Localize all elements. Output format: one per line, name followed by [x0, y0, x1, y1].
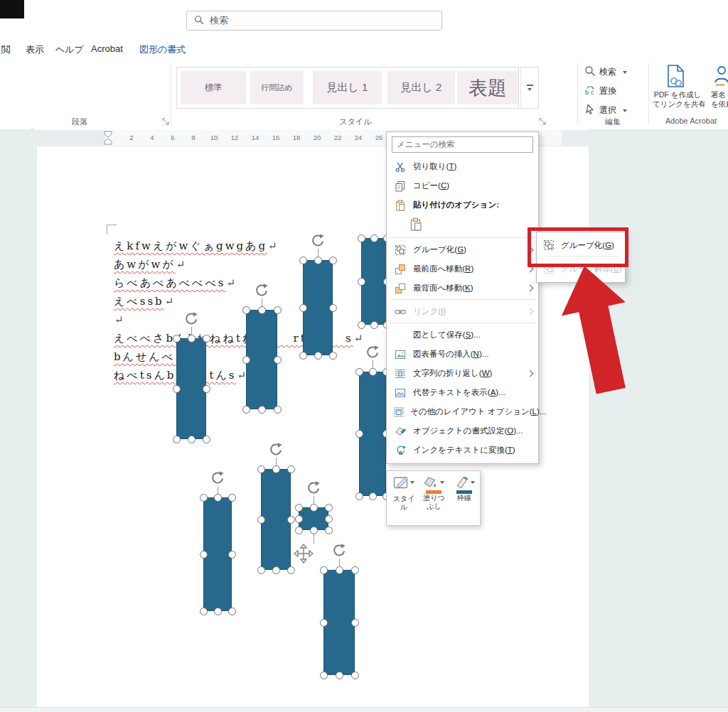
selection-handle[interactable]: [295, 527, 303, 534]
rotate-handle-icon[interactable]: [254, 283, 269, 301]
shape-rectangle[interactable]: [176, 338, 206, 439]
menu-item-bring-front[interactable]: 最前面へ移動(R): [387, 259, 538, 279]
selection-handle[interactable]: [258, 406, 266, 414]
selection-handle[interactable]: [274, 356, 282, 364]
rotate-handle-icon[interactable]: [331, 543, 347, 561]
selection-handle[interactable]: [200, 494, 208, 502]
selection-handle[interactable]: [329, 352, 337, 360]
selection-handle[interactable]: [369, 368, 377, 376]
selection-handle[interactable]: [320, 619, 328, 627]
menu-item-save-as-picture[interactable]: 図として保存(S)...: [387, 325, 538, 345]
mini-toolbar-outline-button[interactable]: 枠線: [450, 475, 478, 525]
selection-handle[interactable]: [272, 465, 280, 473]
selection-handle[interactable]: [242, 356, 250, 364]
tab-3[interactable]: Acrobat: [91, 43, 123, 54]
rotate-handle-icon[interactable]: [268, 442, 284, 460]
pdf-create-icon[interactable]: [665, 65, 687, 90]
menu-item-ink-to-text[interactable]: aインクをテキストに変換(T): [387, 441, 538, 460]
selection-handle[interactable]: [314, 257, 322, 264]
selection-handle[interactable]: [336, 566, 343, 574]
style-5[interactable]: 表題: [457, 71, 518, 104]
selection-handle[interactable]: [320, 671, 328, 679]
selection-handle[interactable]: [188, 436, 196, 443]
selection-handle[interactable]: [287, 465, 295, 473]
styles-dialog-launcher-icon[interactable]: [539, 116, 547, 124]
selection-handle[interactable]: [228, 494, 236, 502]
selection-handle[interactable]: [287, 516, 295, 524]
selection-handle[interactable]: [314, 352, 322, 360]
style-4[interactable]: 見出し 2: [387, 71, 455, 104]
selection-handle[interactable]: [351, 671, 359, 679]
menu-item-caption[interactable]: 図表番号の挿入(N)...: [387, 345, 538, 364]
selection-handle[interactable]: [287, 566, 295, 574]
selection-handle[interactable]: [351, 619, 359, 627]
style-gallery-more-button[interactable]: [520, 67, 539, 109]
editing-replace-button[interactable]: bc置換: [584, 85, 616, 98]
menu-item-wrap-text[interactable]: 文字列の折り返し(W): [387, 364, 538, 383]
menu-item-clipboard[interactable]: 貼り付けのオプション:: [387, 195, 538, 215]
acrobat-sign-button[interactable]: 署名を依頼: [711, 90, 728, 109]
indent-markers[interactable]: [104, 131, 112, 148]
selection-handle[interactable]: [299, 352, 307, 360]
tab-0[interactable]: 閲: [1, 43, 11, 56]
tab-shape-format[interactable]: 図形の書式: [139, 43, 186, 56]
menu-item-scissors[interactable]: 切り取り(T): [387, 157, 538, 176]
selection-handle[interactable]: [214, 608, 222, 615]
selection-handle[interactable]: [257, 566, 265, 574]
selection-handle[interactable]: [355, 430, 363, 438]
editing-search-button[interactable]: 検索: [584, 65, 627, 79]
menu-item-group[interactable]: グループ化(G): [387, 240, 538, 259]
menu-item-alt-text[interactable]: 代替テキストを表示(A)...: [387, 383, 538, 402]
signature-request-icon[interactable]: [713, 65, 728, 89]
paragraph-dialog-launcher-icon[interactable]: [162, 116, 170, 124]
menu-item-copy[interactable]: コピー(C): [387, 176, 538, 195]
selection-handle[interactable]: [200, 551, 208, 559]
selection-handle[interactable]: [200, 608, 208, 615]
selection-handle[interactable]: [299, 257, 307, 264]
tab-2[interactable]: ヘルプ: [55, 43, 84, 56]
selection-handle[interactable]: [242, 406, 250, 414]
style-3[interactable]: 見出し 1: [313, 71, 382, 104]
selection-handle[interactable]: [274, 306, 282, 314]
global-search-input[interactable]: 検索: [186, 11, 442, 31]
menu-item-format-object[interactable]: オブジェクトの書式設定(O)...: [387, 421, 538, 441]
shape-rectangle[interactable]: [261, 469, 291, 570]
selection-handle[interactable]: [358, 278, 365, 286]
menu-item-layout-options[interactable]: その他のレイアウト オプション(L)...: [387, 402, 538, 421]
selection-handle[interactable]: [173, 385, 181, 393]
selection-handle[interactable]: [358, 321, 365, 329]
selection-handle[interactable]: [203, 385, 210, 393]
shape-rectangle[interactable]: [246, 310, 277, 409]
selection-handle[interactable]: [242, 306, 250, 314]
selection-handle[interactable]: [214, 494, 222, 502]
selection-handle[interactable]: [369, 492, 377, 500]
rotate-handle-icon[interactable]: [310, 233, 326, 252]
selection-handle[interactable]: [355, 492, 363, 500]
selection-handle[interactable]: [274, 406, 282, 414]
selection-handle[interactable]: [351, 566, 359, 574]
move-cursor-icon[interactable]: [294, 544, 314, 566]
shape-rectangle[interactable]: [323, 570, 355, 675]
tab-1[interactable]: 表示: [26, 43, 44, 56]
selection-handle[interactable]: [336, 671, 343, 679]
document-text-line[interactable]: えkfwえがwぐぁgwgあg↵: [114, 239, 277, 255]
selection-handle[interactable]: [299, 304, 307, 312]
selection-handle[interactable]: [228, 608, 236, 615]
selection-handle[interactable]: [203, 335, 210, 342]
selection-handle[interactable]: [188, 335, 196, 342]
menu-item-send-back[interactable]: 最背面へ移動(K): [387, 279, 538, 298]
document-text-line[interactable]: ↵: [114, 313, 124, 329]
selection-handle[interactable]: [228, 551, 236, 559]
context-menu-search-input[interactable]: メニューの検索: [392, 136, 533, 153]
mini-toolbar-style-button[interactable]: スタイル: [390, 475, 418, 525]
selection-handle[interactable]: [258, 306, 266, 314]
selection-handle[interactable]: [358, 234, 365, 242]
rotate-handle-icon[interactable]: [306, 480, 321, 499]
selection-handle[interactable]: [203, 436, 210, 443]
style-1[interactable]: 標準: [181, 71, 246, 104]
selection-handle[interactable]: [355, 368, 363, 376]
selection-handle[interactable]: [272, 566, 280, 574]
document-text-line[interactable]: らべあべあべべべs↵: [114, 276, 235, 292]
selection-handle[interactable]: [320, 566, 328, 574]
selection-handle[interactable]: [310, 527, 318, 534]
